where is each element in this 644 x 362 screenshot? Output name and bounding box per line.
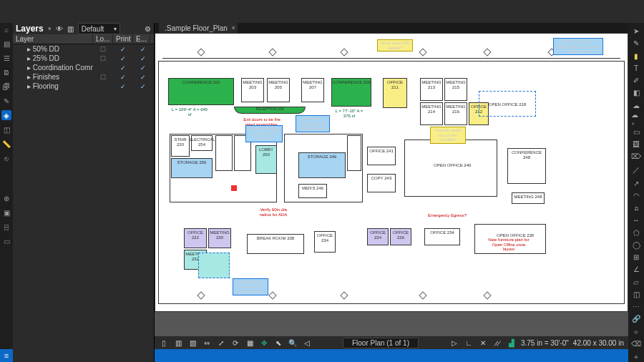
two-page-icon[interactable]: ▧ — [187, 338, 197, 348]
select-icon[interactable]: ⬉ — [273, 338, 283, 348]
callout[interactable]: Provide detail for corner condition — [430, 127, 466, 144]
signatures-icon[interactable]: ✎ — [1, 96, 11, 106]
next-page-icon[interactable]: ▷ — [449, 338, 459, 348]
grid-icon[interactable]: ▦ — [245, 338, 255, 348]
room-off241[interactable]: OFFICE 241 — [367, 147, 396, 165]
studio-icon[interactable]: ⊕ — [1, 193, 11, 203]
room-mtg205[interactable]: MEETING 205 — [267, 78, 290, 102]
bucket-icon[interactable]: ⟐ — [631, 328, 641, 336]
col-print[interactable]: Print — [113, 34, 133, 44]
prev-page-icon[interactable]: ◁ — [302, 338, 312, 348]
polygon-icon[interactable]: ⬠ — [631, 229, 641, 237]
room-conf209[interactable]: CONFERENCE 209 — [331, 78, 371, 107]
plus-icon[interactable]: ＋ — [631, 352, 641, 362]
room-mtg207[interactable]: MEETING 207 — [301, 78, 324, 102]
single-page-icon[interactable]: ▯ — [159, 338, 169, 348]
room-mtg214[interactable]: MEETING 214 — [420, 102, 443, 125]
dim-icon[interactable]: ↔ — [631, 216, 641, 224]
room-off226[interactable]: OFFICE 226 — [390, 228, 411, 245]
layer-row[interactable]: ▸ 25% DD☐✓✓ — [13, 54, 154, 63]
file-icon[interactable]: 🗎 — [1, 67, 11, 77]
area-icon[interactable]: ▱ — [631, 278, 641, 286]
layer-row[interactable]: ▸ Finishes☐✓✓ — [13, 72, 154, 82]
layers-icon[interactable]: ◈ — [1, 110, 11, 120]
settings-icon[interactable]: ⚙ — [145, 25, 151, 33]
room-conf248[interactable]: CONFERENCE 248 — [507, 148, 546, 184]
room-lobby250[interactable]: LOBBY 250 — [255, 145, 277, 174]
room-oo240[interactable]: OPEN OFFICE 240 — [404, 140, 497, 197]
doc-icon[interactable]: 🗐 — [1, 82, 11, 92]
spaces-icon[interactable]: ◫ — [1, 124, 11, 134]
callout[interactable]: Emergency Egress? — [426, 212, 469, 219]
room-mtg230b[interactable] — [198, 253, 230, 278]
ellipse-icon[interactable]: ◯ — [631, 241, 641, 249]
cloudplus-icon[interactable]: ☁₊ — [631, 114, 641, 124]
properties-icon[interactable]: ⌸ — [1, 222, 11, 232]
room-break238[interactable]: BREAK ROOM 238 — [247, 234, 304, 254]
room-storage246[interactable]: STORAGE 246 — [298, 152, 346, 178]
fit-page-icon[interactable]: ⤢ — [216, 338, 226, 348]
arrow-icon[interactable]: ↗ — [631, 180, 641, 187]
unknown-1-icon[interactable]: ∟ — [464, 338, 474, 348]
cloud-icon[interactable]: ☁ — [631, 102, 641, 109]
markup-square[interactable] — [231, 185, 237, 191]
eye-icon[interactable]: 👁 — [56, 25, 63, 33]
fit-width-icon[interactable]: ⇔ — [202, 338, 212, 348]
layer-row[interactable]: ▸ Coordination Comments✓✓ — [13, 63, 154, 72]
highlight-icon[interactable]: ▮ — [631, 52, 641, 60]
line-icon[interactable]: ／ — [631, 165, 641, 175]
caliper-icon[interactable]: ⌭ — [492, 338, 502, 348]
more-icon[interactable]: ⋯ — [631, 303, 641, 310]
sets-icon[interactable]: ▣ — [1, 207, 11, 217]
document-tab[interactable]: .Sample Floor_Plan × — [159, 23, 238, 33]
count-icon[interactable]: ⊞ — [631, 253, 641, 261]
room-off222[interactable]: OFFICE 222 — [184, 228, 207, 248]
col-lock[interactable]: Lo... — [93, 34, 113, 44]
rect-icon[interactable]: ▭ — [631, 128, 641, 136]
scale-icon[interactable]: ▟ — [507, 338, 517, 348]
pen-icon[interactable]: ✎ — [631, 39, 641, 47]
layer-config-dropdown[interactable]: Default▾ — [78, 23, 121, 34]
forms-icon[interactable]: ▭ — [1, 236, 11, 246]
callout[interactable]: What are power requirements for Open Off… — [553, 38, 603, 55]
volume-icon[interactable]: ◫ — [631, 290, 641, 298]
room-mtg215[interactable]: MEETING 215 — [444, 78, 467, 101]
callout[interactable]: Verify all ducting will fit in 18" plenu… — [245, 125, 283, 142]
zoom-icon[interactable]: 🔍 — [288, 338, 298, 348]
layer-config-icon[interactable]: ▥ — [67, 25, 74, 33]
callout[interactable]: New furniture plan for Open Office once … — [486, 237, 532, 253]
drawing-canvas[interactable]: CONFERENCE 201 MEETING 203 MEETING 205 M… — [155, 33, 628, 362]
image-icon[interactable]: 🖼 — [631, 140, 641, 148]
room-men246[interactable]: MEN'S 246 — [298, 184, 327, 198]
rotate-icon[interactable]: ⟳ — [230, 338, 240, 348]
polyline-icon[interactable]: ⩍ — [631, 204, 641, 212]
link-icon[interactable]: 🔗 — [631, 315, 641, 323]
page-label[interactable]: Floor Plan (1 of 1) — [343, 338, 419, 348]
room-off211[interactable]: OFFICE 211 — [383, 78, 407, 108]
col-layer[interactable]: Layer — [13, 34, 93, 44]
stamp-icon[interactable]: ⌦ — [631, 152, 641, 160]
callout-icon[interactable]: ◧ — [631, 89, 641, 97]
room-off234b[interactable]: OFFICE 234 — [424, 228, 460, 245]
links-icon[interactable]: ⎋ — [1, 153, 11, 163]
room-mtg230[interactable]: MEETING 230 — [208, 228, 231, 248]
room-mtg203[interactable]: MEETING 203 — [241, 78, 264, 102]
session-icon[interactable]: ≡ — [0, 349, 13, 362]
close-icon[interactable]: × — [232, 24, 235, 31]
callout[interactable]: Verify 60in dia radius for ADA — [255, 207, 291, 217]
arc-icon[interactable]: ◠ — [631, 192, 641, 200]
room-reception[interactable]: RECEPTION 232 — [234, 107, 306, 114]
note-icon[interactable]: ✐ — [631, 77, 641, 84]
room-off234[interactable]: OFFICE 234 — [314, 231, 336, 253]
room-mtg213[interactable]: MEETING 213 — [420, 78, 443, 101]
callout[interactable]: Provide enlarged plan for kiosk layout — [296, 115, 330, 132]
cursor-icon[interactable]: ➤ — [631, 27, 641, 35]
continuous-icon[interactable]: ▥ — [173, 338, 183, 348]
callout[interactable]: Hood area infill details? — [377, 39, 413, 52]
pan-icon[interactable]: ✥ — [259, 338, 269, 348]
room-mtg248[interactable]: MEETING 248 — [512, 192, 545, 204]
angle-icon[interactable]: ∠ — [631, 265, 641, 273]
room-storage256[interactable]: STORAGE 256 — [171, 158, 213, 178]
layer-row[interactable]: ▸ 50% DD☐✓✓ — [13, 44, 154, 54]
room-stair220[interactable]: STAIR 220 — [171, 135, 190, 157]
